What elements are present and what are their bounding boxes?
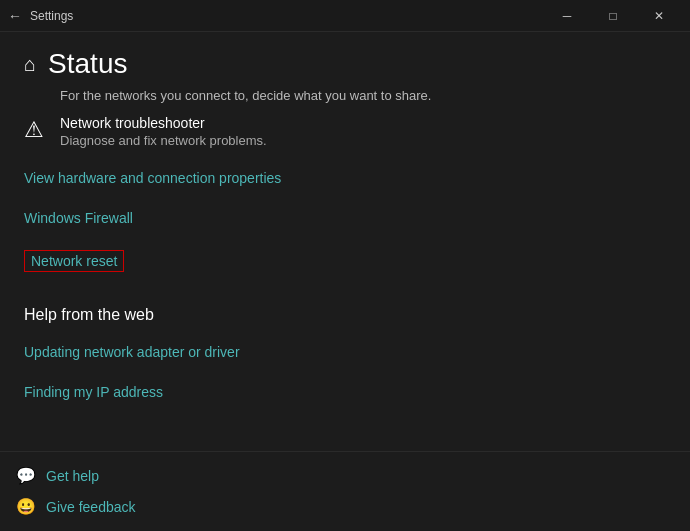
feedback-icon: 😀 bbox=[16, 497, 36, 516]
page-title: Status bbox=[48, 48, 127, 80]
help-link-adapter[interactable]: Updating network adapter or driver bbox=[24, 344, 240, 360]
help-link-2-section: Finding my IP address bbox=[24, 374, 666, 410]
get-help-label: Get help bbox=[46, 468, 99, 484]
close-button[interactable]: ✕ bbox=[636, 0, 682, 32]
view-hardware-link[interactable]: View hardware and connection properties bbox=[24, 170, 281, 186]
troubleshooter-text: Network troubleshooter Diagnose and fix … bbox=[60, 115, 267, 148]
minimize-button[interactable]: ─ bbox=[544, 0, 590, 32]
page-subtitle: For the networks you connect to, decide … bbox=[24, 88, 666, 103]
give-feedback-item[interactable]: 😀 Give feedback bbox=[16, 491, 674, 522]
titlebar-title: Settings bbox=[30, 9, 73, 23]
links-section: View hardware and connection properties bbox=[24, 160, 666, 196]
troubleshooter-title: Network troubleshooter bbox=[60, 115, 267, 131]
network-reset-link[interactable]: Network reset bbox=[24, 250, 124, 272]
get-help-icon: 💬 bbox=[16, 466, 36, 485]
home-icon: ⌂ bbox=[24, 53, 36, 76]
firewall-section: Windows Firewall bbox=[24, 200, 666, 236]
network-reset-section: Network reset bbox=[24, 240, 666, 282]
titlebar-controls: ─ □ ✕ bbox=[544, 0, 682, 32]
give-feedback-label: Give feedback bbox=[46, 499, 136, 515]
warning-icon: ⚠ bbox=[24, 117, 48, 143]
titlebar: ← Settings ─ □ ✕ bbox=[0, 0, 690, 32]
help-link-1-section: Updating network adapter or driver bbox=[24, 334, 666, 370]
get-help-item[interactable]: 💬 Get help bbox=[16, 460, 674, 491]
help-link-ip[interactable]: Finding my IP address bbox=[24, 384, 163, 400]
back-icon[interactable]: ← bbox=[8, 8, 22, 24]
troubleshooter-item[interactable]: ⚠ Network troubleshooter Diagnose and fi… bbox=[24, 115, 666, 148]
windows-firewall-link[interactable]: Windows Firewall bbox=[24, 210, 133, 226]
troubleshooter-subtitle: Diagnose and fix network problems. bbox=[60, 133, 267, 148]
titlebar-left: ← Settings bbox=[8, 8, 73, 24]
page-header: ⌂ Status bbox=[24, 32, 666, 88]
maximize-button[interactable]: □ bbox=[590, 0, 636, 32]
help-section-heading: Help from the web bbox=[24, 306, 666, 324]
bottom-bar: 💬 Get help 😀 Give feedback bbox=[0, 451, 690, 531]
